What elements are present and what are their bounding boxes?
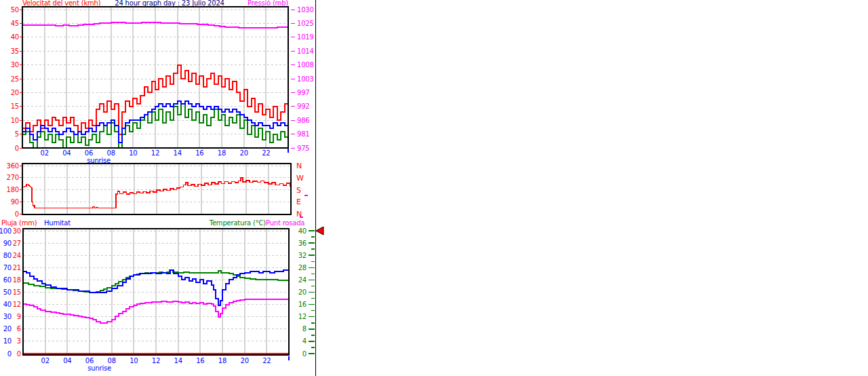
wind-y-tick-label: 10 bbox=[11, 117, 19, 124]
wind-y-tick-label: 50 bbox=[11, 6, 19, 14]
x-tick-label: 22 bbox=[262, 149, 270, 157]
pressure-tick-label: 997 bbox=[297, 89, 310, 96]
x-tick-label: 04 bbox=[63, 357, 71, 364]
humidity-tick-label: 40 bbox=[3, 301, 12, 308]
temperature-tick-label: 28 bbox=[298, 264, 307, 271]
pressure-tick-label: 992 bbox=[297, 102, 310, 110]
compass-label: N bbox=[296, 162, 302, 170]
temperature-axis-title: Temperatura (°C) bbox=[209, 219, 267, 227]
pressure-tick-label: 1008 bbox=[297, 61, 314, 69]
wind-y-tick-label: 0 bbox=[15, 145, 19, 152]
rain-tick-label: 3 bbox=[17, 337, 21, 345]
wind-y-tick-label: 20 bbox=[11, 89, 19, 96]
compass-label: E bbox=[296, 198, 301, 206]
x-tick-label: 02 bbox=[41, 357, 50, 364]
temperature-tick-label: 0 bbox=[302, 350, 307, 358]
x-tick-label: 06 bbox=[85, 357, 94, 364]
x-tick-label: 20 bbox=[241, 357, 249, 364]
x-tick-label: 18 bbox=[218, 149, 226, 157]
x-tick-label: 22 bbox=[262, 357, 271, 364]
x-tick-label: 08 bbox=[108, 357, 116, 364]
rain-tick-label: 12 bbox=[13, 301, 21, 308]
wind-y-tick-label: 35 bbox=[11, 48, 19, 55]
wind-axis-title: Velocitat del vent (kmh) bbox=[22, 0, 101, 7]
pressure-tick-label: 975 bbox=[297, 145, 310, 152]
x-tick-label: 18 bbox=[218, 357, 226, 364]
humidity-tick-label: 0 bbox=[7, 350, 12, 358]
wind-y-tick-label: 25 bbox=[11, 75, 19, 83]
temperature-marker-arrow-icon bbox=[316, 227, 323, 235]
humidity-tick-label: 60 bbox=[3, 276, 12, 284]
pressure-tick-label: 1030 bbox=[297, 6, 314, 14]
x-tick-label: 02 bbox=[41, 149, 49, 157]
wind-y-tick-label: 5 bbox=[15, 130, 19, 138]
temperature-tick-label: 40 bbox=[298, 227, 307, 235]
humidity-tick-label: 100 bbox=[0, 227, 12, 235]
graph-title: 24 hour graph day : 23 Julio 2024 bbox=[115, 0, 224, 7]
rain-tick-label: 21 bbox=[13, 264, 21, 271]
temperature-tick-label: 8 bbox=[302, 325, 307, 333]
rain-tick-label: 0 bbox=[17, 350, 21, 358]
dewpoint-axis-title: Punt rosada bbox=[266, 219, 304, 227]
temperature-tick-label: 12 bbox=[298, 313, 307, 320]
wind-direction-chart: 090180270360NWSEN bbox=[7, 162, 309, 219]
temperature-tick-label: 24 bbox=[298, 276, 307, 284]
rain-tick-label: 27 bbox=[13, 240, 21, 247]
wind-chart: Velocitat del vent (kmh)24 hour graph da… bbox=[11, 0, 314, 164]
x-tick-label: 16 bbox=[195, 149, 203, 157]
rain-tick-label: 18 bbox=[13, 276, 21, 284]
compass-label: W bbox=[296, 174, 304, 183]
temperature-tick-label: 4 bbox=[302, 337, 307, 345]
rain-tick-label: 9 bbox=[17, 313, 21, 320]
wind-y-tick-label: 45 bbox=[11, 20, 19, 27]
rain-tick-label: 6 bbox=[17, 325, 21, 333]
pressure-tick-label: 1019 bbox=[297, 33, 314, 41]
sunrise-label: sunrise bbox=[87, 364, 111, 372]
wind-y-tick-label: 40 bbox=[11, 33, 19, 41]
rain-tick-label: 30 bbox=[13, 227, 21, 235]
direction-y-tick-label: 180 bbox=[7, 186, 20, 193]
direction-y-tick-label: 0 bbox=[15, 210, 19, 218]
temperature-tick-label: 20 bbox=[298, 288, 307, 296]
humidity-tick-label: 70 bbox=[3, 264, 12, 271]
x-tick-label: 04 bbox=[62, 149, 71, 157]
rain-humidity-temperature-chart: Pluja (mm)HumitatTemperatura (°C)Punt ro… bbox=[0, 219, 315, 372]
weather-graphs: Velocitat del vent (kmh)24 hour graph da… bbox=[0, 0, 868, 376]
x-tick-label: 12 bbox=[151, 149, 159, 157]
x-tick-label: 10 bbox=[130, 357, 138, 364]
pressure-tick-label: 1003 bbox=[297, 75, 314, 83]
pressure-tick-label: 981 bbox=[297, 130, 310, 138]
x-tick-label: 06 bbox=[85, 149, 93, 157]
x-tick-label: 10 bbox=[129, 149, 137, 157]
x-tick-label: 16 bbox=[196, 357, 204, 364]
rain-axis-title: Pluja (mm) bbox=[1, 219, 37, 227]
wind-y-tick-label: 30 bbox=[11, 61, 19, 69]
temperature-tick-label: 32 bbox=[298, 252, 307, 259]
pressure-tick-label: 1014 bbox=[297, 48, 314, 55]
direction-y-tick-label: 360 bbox=[7, 162, 20, 170]
direction-y-tick-label: 90 bbox=[11, 198, 19, 206]
x-tick-label: 08 bbox=[107, 149, 115, 157]
humidity-tick-label: 80 bbox=[3, 252, 12, 259]
humidity-tick-label: 50 bbox=[3, 288, 12, 296]
weather-graph-panel: Velocitat del vent (kmh)24 hour graph da… bbox=[0, 0, 868, 376]
humidity-tick-label: 30 bbox=[3, 313, 12, 320]
x-tick-label: 14 bbox=[174, 357, 182, 364]
pressure-tick-label: 1025 bbox=[297, 20, 314, 27]
humidity-tick-label: 90 bbox=[3, 240, 12, 247]
humidity-axis-title: Humitat bbox=[44, 219, 71, 227]
pressure-tick-label: 986 bbox=[297, 117, 310, 124]
temperature-tick-label: 36 bbox=[298, 240, 307, 247]
temperature-tick-label: 16 bbox=[298, 301, 307, 308]
wind-y-tick-label: 15 bbox=[11, 102, 19, 110]
pressure-axis-title: Pressió (mb) bbox=[248, 0, 288, 7]
humidity-tick-label: 20 bbox=[3, 325, 12, 333]
rain-tick-label: 15 bbox=[13, 288, 21, 296]
direction-y-tick-label: 270 bbox=[7, 174, 20, 181]
humidity-tick-label: 10 bbox=[3, 337, 12, 345]
x-tick-label: 12 bbox=[152, 357, 160, 364]
x-tick-label: 20 bbox=[240, 149, 248, 157]
x-tick-label: 14 bbox=[174, 149, 182, 157]
compass-label: S bbox=[296, 186, 301, 195]
rain-tick-label: 24 bbox=[13, 252, 21, 259]
